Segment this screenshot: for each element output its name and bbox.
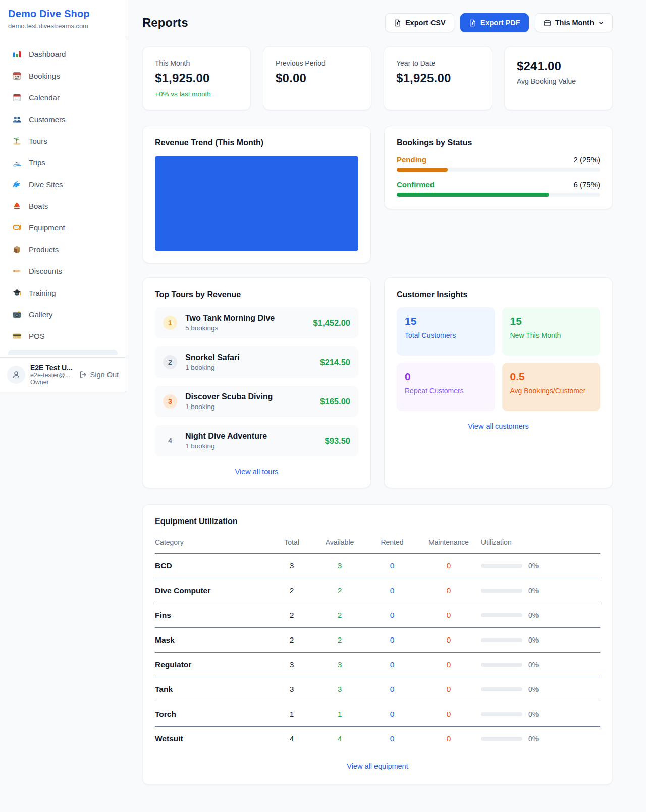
boats-icon	[12, 201, 22, 211]
user-email: e2e-tester@...	[30, 372, 74, 379]
tour-amount: $214.50	[320, 358, 350, 367]
sidebar-item-dive-sites[interactable]: Dive Sites	[6, 173, 120, 195]
sign-out-button[interactable]: Sign Out	[79, 371, 119, 379]
status-label: Pending	[397, 155, 426, 164]
tour-row[interactable]: 1 Two Tank Morning Dive 5 bookings $1,45…	[155, 307, 358, 338]
stat-card-this-month: This Month $1,925.00 +0% vs last month	[142, 46, 251, 110]
revenue-trend-title: Revenue Trend (This Month)	[155, 138, 358, 147]
header-actions: Export CSV Export PDF This Month	[385, 13, 613, 32]
export-pdf-button[interactable]: Export PDF	[460, 13, 529, 32]
sidebar-item-calendar[interactable]: Calendar	[6, 87, 120, 108]
cell-rented: 0	[368, 734, 416, 743]
view-all-customers-link[interactable]: View all customers	[397, 422, 600, 430]
cell-available: 4	[311, 734, 368, 743]
utilization-pct: 0%	[528, 710, 539, 718]
export-pdf-label: Export PDF	[480, 19, 520, 27]
sidebar-item-label: Dashboard	[29, 50, 66, 59]
cell-maintenance: 0	[416, 734, 481, 743]
cell-utilization: 0%	[481, 710, 600, 718]
view-all-tours-link[interactable]: View all tours	[155, 468, 358, 476]
view-all-equipment-link[interactable]: View all equipment	[155, 762, 600, 770]
stat-delta: +0% vs last month	[155, 90, 238, 98]
customer-insights-title: Customer Insights	[397, 290, 600, 299]
sidebar-item-reports-partial[interactable]	[8, 350, 118, 355]
pos-icon	[12, 331, 22, 341]
cell-total: 3	[272, 685, 311, 694]
sidebar-item-discounts[interactable]: Discounts	[6, 260, 120, 282]
utilization-bar	[481, 589, 522, 593]
tour-name: Two Tank Morning Dive	[185, 314, 275, 323]
page-title: Reports	[142, 16, 188, 30]
utilization-bar	[481, 712, 522, 716]
cell-utilization: 0%	[481, 587, 600, 595]
sign-out-label: Sign Out	[90, 371, 119, 379]
tile-value: 15	[405, 315, 487, 327]
stat-value: $0.00	[276, 71, 359, 85]
tile-value: 0	[405, 371, 487, 383]
stat-value: $1,925.00	[155, 71, 238, 85]
cell-category: Tank	[155, 685, 272, 694]
user-role: Owner	[30, 379, 74, 386]
cell-rented: 0	[368, 586, 416, 595]
sidebar-item-customers[interactable]: Customers	[6, 108, 120, 130]
sidebar-item-equipment[interactable]: Equipment	[6, 217, 120, 239]
equipment-table: Category Total Available Rented Maintena…	[155, 533, 600, 751]
shop-domain: demo.test.divestreams.com	[8, 22, 118, 30]
stat-label: This Month	[155, 59, 238, 67]
cell-category: Dive Computer	[155, 586, 272, 595]
col-maintenance: Maintenance	[416, 538, 481, 546]
cell-available: 3	[311, 660, 368, 669]
status-bar-track	[397, 193, 600, 197]
dashboard-icon	[12, 49, 22, 59]
revenue-trend-chart	[155, 156, 358, 251]
tour-bookings: 5 bookings	[185, 324, 275, 332]
cell-category: Fins	[155, 611, 272, 620]
sidebar-item-trips[interactable]: Trips	[6, 152, 120, 173]
sidebar-item-boats[interactable]: Boats	[6, 195, 120, 217]
table-row: Mask 2 2 0 0 0%	[155, 628, 600, 653]
avatar	[7, 366, 25, 384]
sidebar-item-label: Gallery	[29, 310, 53, 319]
sidebar-item-label: Dive Sites	[29, 180, 63, 189]
tour-row[interactable]: 4 Night Dive Adventure 1 booking $93.50	[155, 425, 358, 456]
cell-total: 3	[272, 561, 311, 570]
cell-available: 3	[311, 561, 368, 570]
discounts-icon	[12, 266, 22, 276]
chevron-down-icon	[598, 20, 604, 26]
export-csv-button[interactable]: Export CSV	[385, 13, 454, 32]
sidebar-nav: Dashboard 17 Bookings Calendar Customers…	[0, 37, 126, 357]
sidebar-item-label: Tours	[29, 137, 47, 145]
sidebar-item-dashboard[interactable]: Dashboard	[6, 43, 120, 65]
sidebar-item-training[interactable]: Training	[6, 282, 120, 304]
tour-bookings: 1 booking	[185, 403, 273, 411]
sidebar-item-gallery[interactable]: Gallery	[6, 304, 120, 325]
tour-row[interactable]: 2 Snorkel Safari 1 booking $214.50	[155, 346, 358, 378]
cell-utilization: 0%	[481, 636, 600, 644]
sidebar-item-label: Products	[29, 245, 59, 254]
cell-total: 3	[272, 660, 311, 669]
user-panel: E2E Test U... e2e-tester@... Owner Sign …	[0, 357, 126, 392]
tour-amount: $1,452.00	[313, 318, 350, 328]
table-row: Wetsuit 4 4 0 0 0%	[155, 727, 600, 751]
period-dropdown[interactable]: This Month	[535, 13, 613, 32]
status-value: 2 (25%)	[573, 155, 600, 164]
utilization-pct: 0%	[528, 562, 539, 570]
sidebar-item-products[interactable]: Products	[6, 239, 120, 260]
tour-row[interactable]: 3 Discover Scuba Diving 1 booking $165.0…	[155, 386, 358, 417]
sidebar-item-tours[interactable]: Tours	[6, 130, 120, 152]
stats-row: This Month $1,925.00 +0% vs last month P…	[142, 46, 613, 110]
top-tours-card: Top Tours by Revenue 1 Two Tank Morning …	[142, 277, 371, 488]
cell-category: Mask	[155, 635, 272, 645]
cell-category: Torch	[155, 710, 272, 719]
sidebar-item-bookings[interactable]: 17 Bookings	[6, 65, 120, 87]
equipment-utilization-card: Equipment Utilization Category Total Ava…	[142, 504, 613, 785]
customer-insights-card: Customer Insights 15 Total Customers 15 …	[384, 277, 613, 488]
utilization-bar	[481, 663, 522, 667]
cell-maintenance: 0	[416, 685, 481, 694]
shop-header: Demo Dive Shop demo.test.divestreams.com	[0, 0, 126, 37]
main-content: Reports Export CSV Export PDF This Month…	[126, 0, 646, 805]
tile-label: Repeat Customers	[405, 387, 487, 395]
sidebar-item-pos[interactable]: POS	[6, 325, 120, 347]
sidebar-item-label: Trips	[29, 158, 45, 167]
cell-category: BCD	[155, 561, 272, 570]
